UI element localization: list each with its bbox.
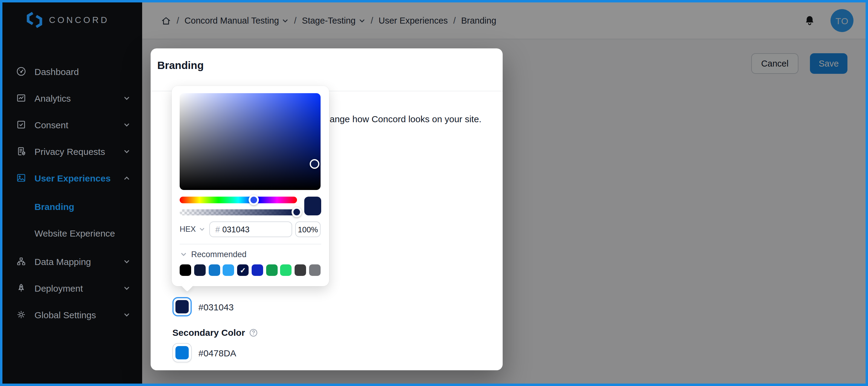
- sidebar-item-branding[interactable]: Branding: [2, 193, 142, 219]
- chevron-down-icon: [123, 121, 130, 128]
- swatch-color[interactable]: ✓: [237, 264, 249, 276]
- modal-title: Branding: [157, 59, 204, 72]
- saturation-area[interactable]: [180, 93, 320, 190]
- sidebar-item-website-experience[interactable]: Website Experience: [2, 219, 142, 246]
- rocket-icon: [16, 283, 27, 293]
- chevron-up-icon: [123, 175, 130, 181]
- secondary-color-label: Secondary Color: [173, 327, 258, 337]
- alpha-value-field[interactable]: 100%: [295, 221, 320, 237]
- help-icon[interactable]: [249, 328, 258, 337]
- sidebar-item-label: Analytics: [34, 93, 71, 103]
- hue-slider-handle[interactable]: [249, 195, 259, 205]
- primary-color-fill: [176, 300, 189, 314]
- secondary-color-row: #0478DA: [173, 343, 236, 362]
- sidebar-item-label: User Experiences: [34, 173, 111, 183]
- alpha-slider[interactable]: [180, 209, 297, 215]
- sidebar-item-privacy-requests[interactable]: Privacy Requests: [2, 138, 142, 165]
- popover-tail: [181, 279, 193, 292]
- secondary-color-value: #0478DA: [198, 348, 236, 358]
- gauge-icon: [16, 66, 27, 77]
- swatch-color[interactable]: [266, 264, 277, 276]
- concord-logo-icon: [25, 11, 43, 29]
- saturation-cursor[interactable]: [310, 159, 319, 169]
- hex-prefix: #: [215, 225, 220, 234]
- chevron-down-icon: [123, 258, 130, 265]
- sidebar-subitem-label: Branding: [34, 201, 74, 211]
- alpha-slider-handle[interactable]: [291, 207, 302, 217]
- swatch-color[interactable]: [280, 264, 292, 276]
- chevron-down-icon: [123, 311, 130, 318]
- sidebar-nav: Dashboard Analytics Consent: [2, 58, 142, 328]
- swatch-color[interactable]: [309, 264, 320, 276]
- sidebar: CONCORD Dashboard Analytics Cons: [2, 2, 142, 384]
- hex-input-wrap: #: [209, 221, 292, 237]
- chart-icon: [16, 93, 27, 103]
- sidebar-item-label: Consent: [34, 119, 68, 130]
- sidebar-item-label: Dashboard: [34, 66, 79, 77]
- chevron-down-icon: [123, 285, 130, 291]
- popover-divider: [180, 244, 321, 244]
- primary-color-row: #031043: [173, 297, 234, 317]
- sidebar-item-global-settings[interactable]: Global Settings: [2, 301, 142, 328]
- color-format-label: HEX: [180, 225, 196, 234]
- brand-logo[interactable]: CONCORD: [25, 11, 109, 29]
- swatch-color[interactable]: [208, 264, 220, 276]
- sidebar-item-data-mapping[interactable]: Data Mapping: [2, 248, 142, 275]
- chevron-down-icon: [199, 226, 205, 232]
- branding-description: ange how Concord looks on your site.: [330, 114, 482, 124]
- color-format-dropdown[interactable]: HEX: [180, 225, 205, 234]
- branding-modal: Branding ange how Concord looks on your …: [151, 49, 503, 370]
- recommended-toggle[interactable]: Recommended: [180, 250, 247, 259]
- color-picker-popover: HEX # 100% Recommended ✓: [172, 86, 329, 286]
- secondary-color-fill: [176, 346, 189, 359]
- app-viewport: CONCORD Dashboard Analytics Cons: [0, 0, 868, 386]
- document-shield-icon: [16, 146, 27, 157]
- gear-icon: [16, 309, 27, 320]
- sidebar-item-deployment[interactable]: Deployment: [2, 275, 142, 301]
- brand-name: CONCORD: [49, 15, 109, 25]
- browser-focus-frame: CONCORD Dashboard Analytics Cons: [0, 0, 868, 386]
- alpha-gradient: [180, 209, 297, 215]
- sitemap-icon: [16, 256, 27, 267]
- checkbox-icon: [16, 119, 27, 130]
- swatch-color[interactable]: [180, 264, 191, 276]
- sidebar-item-consent[interactable]: Consent: [2, 111, 142, 138]
- sidebar-item-label: Deployment: [34, 283, 83, 293]
- selected-check-icon: ✓: [237, 264, 249, 276]
- swatch-color[interactable]: [294, 264, 306, 276]
- sidebar-item-user-experiences[interactable]: User Experiences: [2, 165, 142, 191]
- primary-color-value: #031043: [198, 302, 234, 312]
- sidebar-subitem-label: Website Experience: [34, 228, 115, 238]
- sidebar-item-label: Data Mapping: [34, 256, 91, 267]
- sidebar-item-label: Privacy Requests: [34, 146, 105, 156]
- color-preview-swatch: [304, 197, 321, 215]
- chevron-down-icon: [123, 148, 130, 155]
- recommended-swatches: ✓: [180, 264, 320, 276]
- chevron-down-icon: [180, 251, 187, 258]
- sidebar-item-dashboard[interactable]: Dashboard: [2, 58, 142, 85]
- sidebar-item-label: Global Settings: [34, 309, 96, 320]
- recommended-label: Recommended: [191, 250, 247, 259]
- chevron-down-icon: [123, 95, 130, 101]
- secondary-color-swatch[interactable]: [173, 343, 192, 362]
- swatch-color[interactable]: [223, 264, 235, 276]
- sidebar-item-analytics[interactable]: Analytics: [2, 85, 142, 111]
- swatch-color[interactable]: [194, 264, 206, 276]
- hex-input[interactable]: [222, 225, 286, 234]
- hue-slider[interactable]: [180, 197, 297, 203]
- swatch-color[interactable]: [252, 264, 263, 276]
- primary-color-swatch[interactable]: [173, 297, 192, 317]
- image-icon: [16, 172, 27, 183]
